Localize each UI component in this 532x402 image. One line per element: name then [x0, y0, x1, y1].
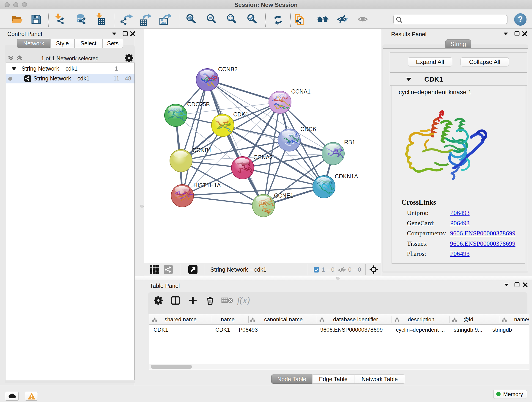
svg-text:CDKN1A: CDKN1A	[335, 173, 358, 179]
svg-text:CDC25B: CDC25B	[187, 101, 210, 108]
svg-text:CCNE1: CCNE1	[274, 192, 293, 199]
svg-text:HIST1H1A: HIST1H1A	[193, 182, 221, 188]
svg-text:RB1: RB1	[344, 139, 355, 145]
svg-text:CCNA2: CCNA2	[253, 154, 273, 160]
svg-text:CCNB1: CCNB1	[192, 147, 212, 153]
svg-text:CDC6: CDC6	[300, 126, 316, 132]
svg-text:CDK1: CDK1	[233, 111, 249, 118]
svg-text:CCNA1: CCNA1	[291, 88, 311, 95]
svg-text:CCNB2: CCNB2	[218, 66, 238, 72]
